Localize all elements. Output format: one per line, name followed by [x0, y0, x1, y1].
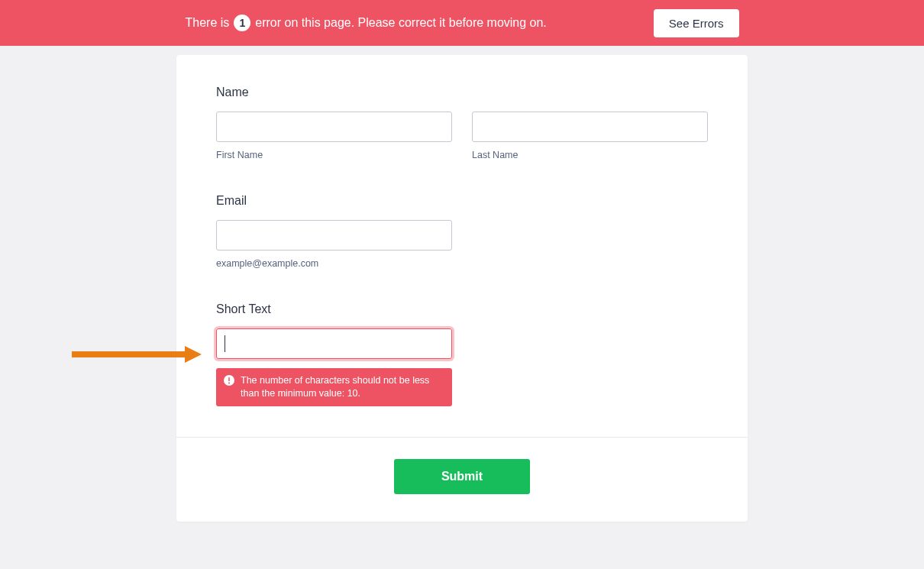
error-banner-prefix: There is: [185, 16, 229, 30]
text-caret: [225, 335, 225, 352]
error-banner: There is 1 error on this page. Please co…: [0, 0, 924, 46]
email-label: Email: [216, 194, 708, 208]
email-sublabel: example@example.com: [216, 258, 452, 269]
short-text-field-group: Short Text The number of characters shou…: [216, 302, 708, 406]
error-banner-suffix: error on this page. Please correct it be…: [255, 16, 547, 30]
first-name-sublabel: First Name: [216, 150, 452, 160]
svg-point-2: [228, 383, 230, 384]
short-text-input-wrap: [216, 328, 452, 359]
form-card: Name First Name Last Name Email example@…: [176, 55, 748, 522]
error-banner-message: There is 1 error on this page. Please co…: [185, 15, 546, 31]
name-field-group: Name First Name Last Name: [216, 86, 708, 160]
form-body: Name First Name Last Name Email example@…: [176, 55, 748, 437]
error-count-badge: 1: [234, 15, 250, 31]
svg-rect-1: [228, 377, 230, 381]
short-text-error: The number of characters should not be l…: [216, 368, 452, 406]
form-footer: Submit: [176, 437, 748, 522]
alert-icon: [224, 375, 234, 386]
short-text-label: Short Text: [216, 302, 708, 316]
last-name-sublabel: Last Name: [472, 150, 708, 160]
name-label: Name: [216, 86, 708, 99]
see-errors-button[interactable]: See Errors: [654, 9, 739, 37]
last-name-input[interactable]: [472, 112, 708, 142]
submit-button[interactable]: Submit: [394, 459, 530, 494]
short-text-input[interactable]: [217, 329, 451, 358]
email-input[interactable]: [216, 220, 452, 251]
first-name-input[interactable]: [216, 112, 452, 142]
short-text-error-text: The number of characters should not be l…: [241, 374, 444, 400]
email-field-group: Email example@example.com: [216, 194, 708, 269]
